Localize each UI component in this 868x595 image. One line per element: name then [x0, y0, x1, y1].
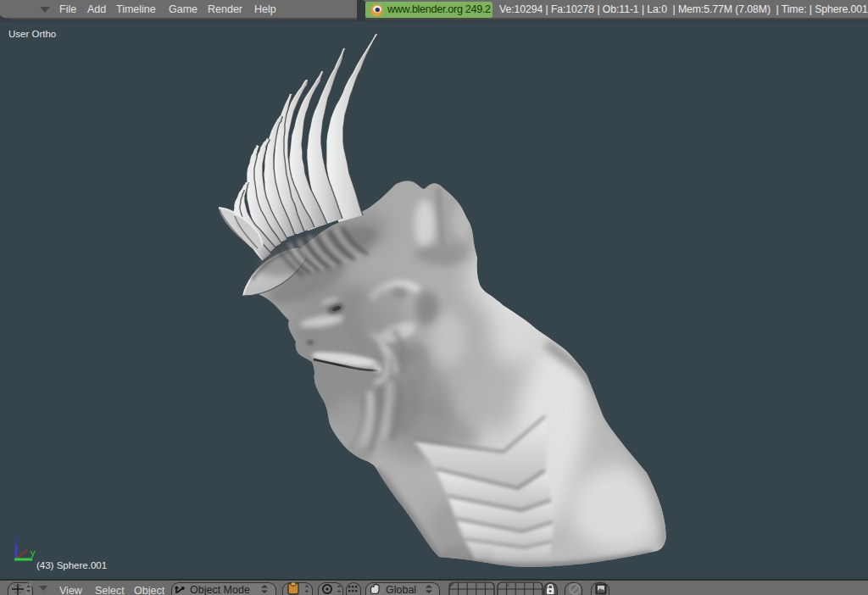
svg-text:y: y	[31, 548, 36, 558]
